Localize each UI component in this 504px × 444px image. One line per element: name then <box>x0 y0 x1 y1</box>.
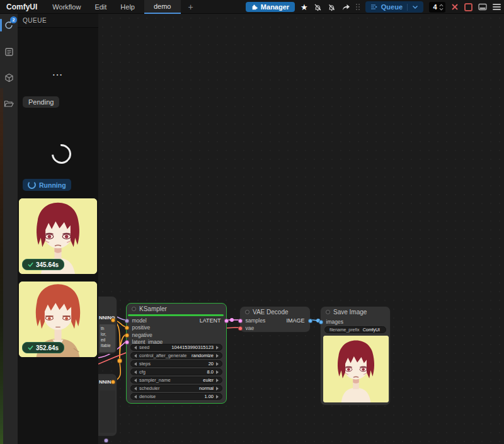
prompt-text-widget[interactable] <box>100 390 115 433</box>
graph-canvas[interactable]: NNING th lor, ed itable NNING KSampler <box>98 14 504 444</box>
sidebar-item-node-library[interactable] <box>0 43 18 60</box>
input-slot-images[interactable]: images <box>319 319 343 325</box>
widget-name: scheduler <box>139 385 160 391</box>
conditioning-port[interactable] <box>125 333 129 338</box>
slot-label: positive <box>132 324 151 331</box>
collapse-dot-icon[interactable] <box>326 310 330 314</box>
decrement-icon[interactable] <box>134 346 137 350</box>
node-save-image[interactable]: Save Image images filename_prefix ComfyU… <box>320 306 391 406</box>
menu-help[interactable]: Help <box>113 3 142 11</box>
sidebar-item-queue[interactable]: 2 <box>0 16 18 34</box>
sampling-progress-bar <box>128 314 224 316</box>
widget-name: steps <box>139 361 151 367</box>
widget-cfg[interactable]: cfg8.0 <box>130 368 222 375</box>
input-slot-model[interactable]: model <box>125 317 147 324</box>
widget-sampler-name[interactable]: sampler_nameeuler <box>130 377 222 384</box>
stop-icon[interactable] <box>464 3 472 11</box>
conditioning-output-port[interactable] <box>111 380 115 384</box>
latent-port[interactable] <box>238 319 243 323</box>
saved-image-preview[interactable] <box>323 336 389 402</box>
check-icon <box>28 345 33 350</box>
increment-icon[interactable] <box>216 346 219 350</box>
input-slot-samples[interactable]: samples <box>238 317 266 324</box>
model-port[interactable] <box>104 438 108 443</box>
step-down-icon[interactable] <box>439 8 444 11</box>
folder-open-icon <box>4 100 14 108</box>
model-port[interactable] <box>125 319 129 323</box>
increment-icon[interactable] <box>216 354 219 358</box>
widget-denoise[interactable]: denoise1.00 <box>130 393 222 400</box>
app-logo[interactable]: ComfyUI <box>0 3 45 11</box>
share-icon[interactable] <box>341 3 350 11</box>
toolbar-drag-handle[interactable] <box>356 4 360 10</box>
conditioning-output-port[interactable] <box>111 318 115 322</box>
decrement-icon[interactable] <box>134 354 137 358</box>
widget-value: euler <box>203 377 214 383</box>
node-header[interactable]: Save Image <box>321 307 390 317</box>
loading-spinner <box>48 140 76 168</box>
hamburger-menu-icon[interactable] <box>493 4 501 10</box>
widget-seed[interactable]: seed1044153990315123 <box>130 344 222 351</box>
generated-image-darkred-character <box>323 336 389 402</box>
reroute-dot[interactable] <box>117 358 122 363</box>
widget-steps[interactable]: steps20 <box>130 360 222 367</box>
clear-queue-icon[interactable] <box>451 3 459 11</box>
output-slot-latent[interactable]: LATENT <box>200 317 229 324</box>
collapse-dot-icon[interactable] <box>245 310 249 314</box>
conditioning-port[interactable] <box>125 326 129 330</box>
queue-run-button[interactable]: Queue <box>365 1 423 13</box>
increment-icon[interactable] <box>216 395 219 399</box>
bell-slash-icon[interactable] <box>314 3 322 11</box>
node-header[interactable]: VAE Decode <box>240 307 310 317</box>
menu-edit[interactable]: Edit <box>88 3 113 11</box>
input-slot-negative[interactable]: negative <box>125 332 152 338</box>
bottom-panel-toggle-icon[interactable] <box>478 3 487 11</box>
queue-more-button[interactable]: ... <box>18 68 98 77</box>
node-vae-decode[interactable]: VAE Decode samples vae IMAGE <box>239 306 311 333</box>
favorites-star-icon[interactable]: ★ <box>301 3 308 11</box>
running-section-label: Running <box>23 179 71 191</box>
new-workflow-tab-button[interactable]: + <box>181 2 201 12</box>
bell-slash-icon-2[interactable] <box>328 3 336 11</box>
image-port[interactable] <box>308 319 312 323</box>
latent-port[interactable] <box>224 319 229 323</box>
puzzle-icon <box>251 4 258 10</box>
node-title: KSampler <box>139 305 167 312</box>
decrement-icon[interactable] <box>134 362 137 366</box>
collapse-dot-icon[interactable] <box>132 307 136 311</box>
queue-result-thumbnail[interactable]: 352.64s <box>19 282 97 357</box>
batch-count-stepper[interactable]: 4 <box>429 2 445 13</box>
increment-icon[interactable] <box>216 379 219 382</box>
increment-icon[interactable] <box>216 370 219 374</box>
latent-port[interactable] <box>125 340 129 344</box>
output-slot-image[interactable]: IMAGE <box>286 317 312 324</box>
increment-icon[interactable] <box>216 387 219 390</box>
workflow-tab-demo[interactable]: demo <box>144 0 181 14</box>
widget-scheduler[interactable]: schedulernormal <box>130 385 222 392</box>
manager-button[interactable]: Manager <box>246 2 295 12</box>
input-slot-positive[interactable]: positive <box>125 324 151 331</box>
increment-icon[interactable] <box>216 362 219 366</box>
menu-workflow[interactable]: Workflow <box>45 3 88 11</box>
chevron-down-icon[interactable] <box>412 5 418 9</box>
slot-label: negative <box>132 332 152 338</box>
decrement-icon[interactable] <box>134 379 137 382</box>
node-ksampler[interactable]: KSampler model positive negative latent_… <box>126 303 227 404</box>
node-header[interactable]: KSampler <box>127 304 226 314</box>
widget-filename-prefix[interactable]: filename_prefix ComfyUI <box>324 326 386 333</box>
decrement-icon[interactable] <box>134 387 137 390</box>
prompt-text-widget[interactable]: th lor, ed itable <box>100 324 115 352</box>
queue-count-badge: 2 <box>10 16 17 23</box>
decrement-icon[interactable] <box>134 370 137 374</box>
prompt-line: lor, <box>101 331 115 337</box>
decrement-icon[interactable] <box>134 395 137 399</box>
input-slot-vae[interactable]: vae <box>238 325 255 331</box>
queue-result-thumbnail[interactable]: 345.64s <box>19 198 97 274</box>
widget-control-after-generate[interactable]: control_after_generaterandomize <box>130 352 222 359</box>
link-dot-latent[interactable] <box>230 318 234 322</box>
image-port[interactable] <box>319 320 323 324</box>
sidebar-item-model-library[interactable] <box>0 69 18 86</box>
slot-label: samples <box>246 317 266 324</box>
vae-port[interactable] <box>238 326 243 331</box>
step-up-icon[interactable] <box>439 4 444 7</box>
